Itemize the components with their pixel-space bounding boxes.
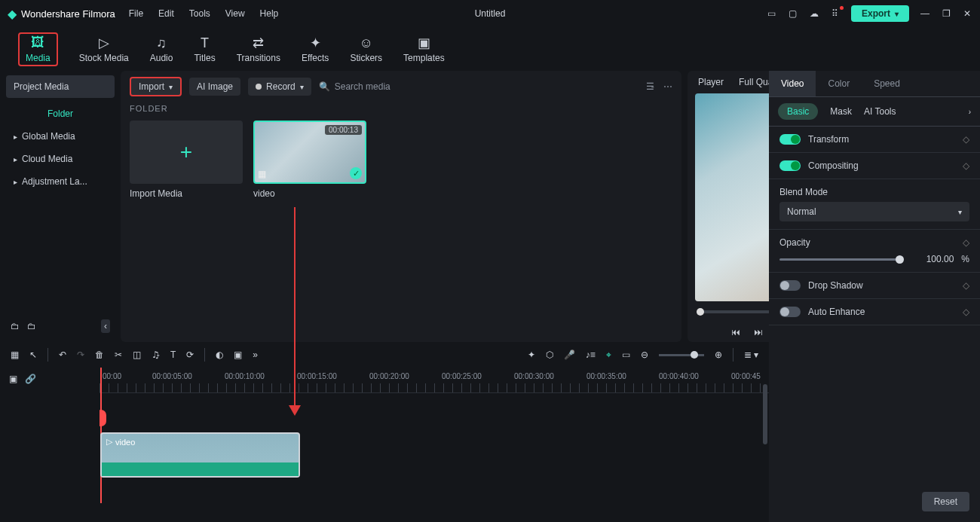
tab-audio-label: Audio — [150, 53, 173, 63]
keyframe-icon[interactable]: ◇ — [963, 307, 969, 317]
prev-frame-button[interactable]: ⏮ — [731, 327, 740, 337]
timeline-scrollbar[interactable] — [763, 384, 767, 444]
tab-effects[interactable]: ✦ Effects — [302, 35, 329, 63]
delete-icon[interactable]: 🗑 — [95, 350, 104, 360]
media-icon: 🖼 — [31, 35, 44, 51]
chevron-right-icon: ▸ — [14, 133, 17, 141]
tl-grid-icon[interactable]: ▦ — [11, 350, 19, 360]
minimize-button[interactable]: — — [920, 8, 930, 19]
new-folder-icon[interactable]: 🗀 — [11, 321, 20, 331]
search-media[interactable]: 🔍 Search media — [319, 81, 390, 92]
timeline-ruler[interactable]: 00:00 00:00:05:00 00:00:10:00 00:00:15:0… — [100, 368, 769, 393]
apps-grid-icon[interactable]: ⠿ — [830, 8, 841, 19]
sidebar-cloud-media[interactable]: ▸Cloud Media — [6, 148, 115, 170]
color-icon[interactable]: ◐ — [216, 350, 223, 360]
timeline-panel: ▦ ↖ ↶ ↷ 🗑 ✂ ◫ ♫̵ T ⟳ ◐ ▣ » ✦ ⬡ 🎤 ♪≡ ⌖ ▭ … — [0, 342, 769, 522]
filter-icon[interactable]: ☰̵ — [646, 81, 654, 92]
tl-cursor-icon[interactable]: ↖ — [29, 350, 37, 360]
zoom-in-icon[interactable]: ⊕ — [715, 350, 722, 360]
transform-label: Transform — [808, 134, 849, 145]
reset-button[interactable]: Reset — [922, 492, 969, 511]
speed-icon[interactable]: ♫̵ — [152, 350, 160, 360]
record-button[interactable]: Record ▾ — [248, 78, 311, 96]
tl-link-icon[interactable]: 🔗 — [25, 374, 36, 384]
opacity-slider[interactable] — [779, 258, 904, 261]
subtab-ai-tools[interactable]: AI Tools — [864, 106, 896, 117]
tab-transitions[interactable]: ⇄ Transitions — [237, 35, 280, 63]
opacity-value[interactable]: 100.00 — [911, 254, 954, 264]
compositing-toggle[interactable] — [779, 160, 801, 171]
props-tab-color[interactable]: Color — [816, 71, 862, 96]
crop-icon[interactable]: ◫ — [133, 350, 141, 360]
maximize-button[interactable]: ❐ — [941, 8, 951, 19]
tab-audio[interactable]: ♫ Audio — [150, 35, 173, 63]
subtab-basic[interactable]: Basic — [778, 103, 818, 120]
tab-media[interactable]: 🖼 Media — [18, 32, 58, 66]
menu-tools[interactable]: Tools — [189, 8, 210, 19]
more-icon[interactable]: ⋯ — [663, 81, 672, 92]
undo-icon[interactable]: ↶ — [59, 350, 66, 360]
subtab-mask[interactable]: Mask — [830, 106, 852, 117]
text-icon[interactable]: T — [170, 350, 176, 360]
tab-transitions-label: Transitions — [237, 53, 280, 63]
tab-stock-media[interactable]: ▷ Stock Media — [79, 35, 129, 63]
sidebar-folder[interactable]: Folder — [6, 102, 115, 125]
props-tab-video[interactable]: Video — [769, 71, 816, 96]
step-back-button[interactable]: ⏭ — [754, 327, 763, 337]
tab-stickers[interactable]: ☺ Stickers — [350, 35, 382, 63]
timeline-tracks[interactable]: 00:00 00:00:05:00 00:00:10:00 00:00:15:0… — [100, 368, 769, 503]
menu-file[interactable]: File — [129, 8, 143, 19]
tl-shield-icon[interactable]: ⬡ — [546, 350, 553, 360]
import-button[interactable]: Import ▾ — [130, 77, 182, 96]
cut-icon[interactable]: ✂ — [115, 350, 122, 360]
menu-help[interactable]: Help — [260, 8, 279, 19]
sidebar-project-media[interactable]: Project Media — [6, 75, 115, 98]
save-icon[interactable]: ▢ — [788, 8, 798, 19]
zoom-slider[interactable] — [659, 354, 704, 356]
refresh-icon[interactable]: ⟳ — [186, 350, 194, 360]
tl-music-icon[interactable]: ♪≡ — [586, 350, 596, 360]
tl-mic-icon[interactable]: 🎤 — [564, 350, 575, 360]
redo-icon[interactable]: ↷ — [77, 350, 84, 360]
new-bin-icon[interactable]: 🗀 — [27, 321, 36, 331]
tl-sparkle-icon[interactable]: ✦ — [528, 350, 535, 360]
tab-titles[interactable]: T Titles — [194, 35, 215, 63]
auto-enhance-toggle[interactable] — [779, 307, 801, 317]
transform-toggle[interactable] — [779, 134, 801, 145]
sidebar-adjustment-layer[interactable]: ▸Adjustment La... — [6, 170, 115, 193]
ai-image-button[interactable]: AI Image — [189, 78, 240, 96]
tl-link-toggle-icon[interactable]: ▣ — [9, 374, 17, 384]
blend-mode-select[interactable]: Normal ▾ — [779, 202, 969, 221]
device-icon[interactable]: ▭ — [767, 8, 777, 19]
frame-icon[interactable]: ▣ — [234, 350, 242, 360]
export-button[interactable]: Export ▾ — [851, 5, 909, 22]
timeline-clip[interactable]: ▷video — [100, 432, 300, 478]
blend-mode-value: Normal — [787, 206, 816, 217]
import-label: Import — [139, 81, 164, 92]
keyframe-icon[interactable]: ◇ — [963, 280, 969, 291]
props-tab-speed[interactable]: Speed — [862, 71, 912, 96]
templates-icon: ▣ — [418, 35, 430, 51]
tab-templates[interactable]: ▣ Templates — [403, 35, 445, 63]
keyframe-icon[interactable]: ◇ — [963, 134, 969, 145]
cloud-upload-icon[interactable]: ☁ — [809, 8, 819, 19]
more-tools-icon[interactable]: » — [253, 350, 258, 360]
ruler-tick: 00:00:10:00 — [225, 372, 265, 380]
keyframe-icon[interactable]: ◇ — [963, 160, 969, 171]
folder-heading: FOLDER — [130, 104, 672, 113]
menu-edit[interactable]: Edit — [158, 8, 174, 19]
close-button[interactable]: ✕ — [962, 8, 972, 19]
zoom-out-icon[interactable]: ⊖ — [641, 350, 648, 360]
sidebar-global-media[interactable]: ▸Global Media — [6, 125, 115, 148]
media-clip-tile[interactable]: 00:00:13 ▦ ✓ video — [253, 121, 366, 199]
import-media-tile[interactable]: + Import Media — [130, 121, 243, 199]
menu-view[interactable]: View — [225, 8, 245, 19]
tl-view-icon[interactable]: ≣ ▾ — [744, 350, 758, 360]
tl-magnet-icon[interactable]: ⌖ — [606, 350, 611, 360]
collapse-sidebar-button[interactable]: ‹ — [101, 319, 110, 333]
keyframe-icon[interactable]: ◇ — [963, 237, 969, 248]
tab-stock-label: Stock Media — [79, 53, 129, 63]
chevron-right-icon[interactable]: › — [969, 108, 971, 116]
tl-marker-icon[interactable]: ▭ — [622, 350, 630, 360]
drop-shadow-toggle[interactable] — [779, 280, 801, 291]
